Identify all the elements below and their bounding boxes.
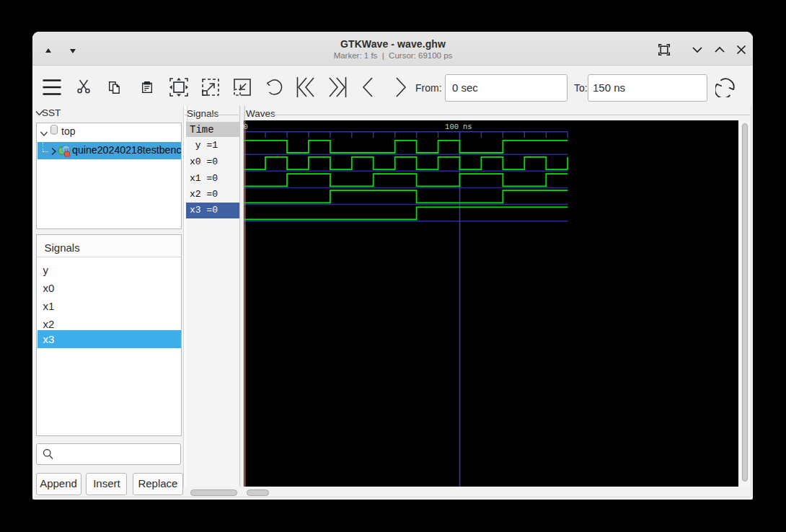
svg-text:ns: ns [463, 123, 472, 131]
svg-text:100: 100 [445, 123, 459, 131]
svg-text:0: 0 [244, 123, 248, 131]
